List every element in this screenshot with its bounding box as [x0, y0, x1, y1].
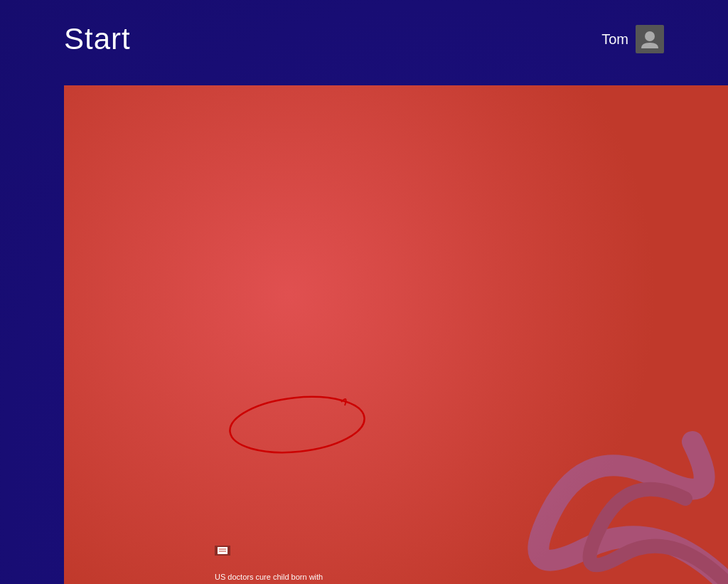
user-name: Tom	[601, 31, 628, 48]
svg-rect-76	[218, 547, 228, 554]
news2-headline: US doctors cure child born with HIV	[215, 572, 331, 584]
tiles-container: Mail e Internet Explorer Store 15	[64, 85, 728, 584]
header: Start Tom	[0, 0, 728, 78]
start-title: Start	[64, 22, 131, 56]
tile-row-6: Desktop US doctors cure child born with …	[64, 534, 728, 584]
avatar	[636, 25, 664, 53]
svg-point-0	[645, 31, 655, 41]
tile-news2[interactable]: US doctors cure child born with HIV	[203, 534, 342, 584]
user-info[interactable]: Tom	[601, 25, 664, 53]
